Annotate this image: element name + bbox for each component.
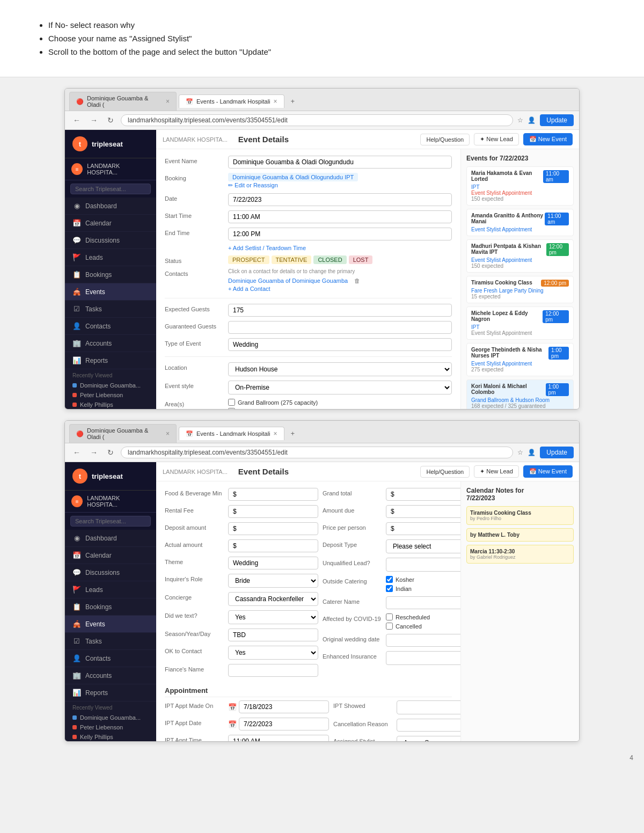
- theme-input[interactable]: [228, 557, 318, 569]
- deposit-amount-input[interactable]: [228, 522, 318, 535]
- end-time-input[interactable]: [228, 228, 452, 240]
- tab-2-close[interactable]: ×: [274, 98, 277, 105]
- sidebar-item-accounts[interactable]: 🏢 Accounts: [65, 335, 156, 352]
- tab2-1-inactive[interactable]: 🔴 Dominique Gouamba & Oladi ( ×: [69, 424, 177, 443]
- new-event-btn-2[interactable]: 📅 New Event: [523, 465, 573, 478]
- event-type-input[interactable]: [228, 338, 452, 351]
- add-setlist-link[interactable]: + Add Setlist / Teardown Time: [228, 245, 306, 251]
- tab2-1-close[interactable]: ×: [166, 430, 170, 437]
- tab2-2-close[interactable]: ×: [274, 430, 277, 437]
- catering-indian-cb[interactable]: [386, 585, 393, 592]
- cancellation-reason-input[interactable]: [397, 719, 461, 732]
- status-prospect-badge[interactable]: PROSPECT: [228, 255, 269, 264]
- enhanced-insurance-select[interactable]: [386, 651, 461, 665]
- ipt-date-input[interactable]: [239, 718, 329, 730]
- covid-rescheduled-cb[interactable]: [386, 613, 393, 620]
- guaranteed-guests-input[interactable]: [228, 321, 452, 334]
- sidebar2-events[interactable]: 🎪 Events: [65, 616, 156, 633]
- sidebar-item-reports[interactable]: 📊 Reports: [65, 352, 156, 369]
- reload-btn[interactable]: ↻: [105, 115, 116, 126]
- new-event-btn[interactable]: 📅 New Event: [523, 133, 573, 145]
- unqualified-select[interactable]: [386, 558, 461, 572]
- status-closed-badge[interactable]: CLOSED: [313, 255, 346, 264]
- sidebar-item-discussions[interactable]: 💬 Discussions: [65, 232, 156, 249]
- sidebar-item-calendar[interactable]: 📅 Calendar: [65, 215, 156, 232]
- update-btn-1[interactable]: Update: [540, 114, 574, 126]
- status-tentative-badge[interactable]: TENTATIVE: [272, 255, 312, 264]
- sidebar2-bookings[interactable]: 📋 Bookings: [65, 598, 156, 616]
- help-question-btn[interactable]: Help/Question: [420, 134, 470, 145]
- tab2-2-active[interactable]: 📅 Events - Landmark Hospitali ×: [179, 427, 284, 440]
- recent2-item-0[interactable]: Dominique Gouamba...: [72, 713, 149, 722]
- covid-cancelled-cb[interactable]: [386, 623, 393, 630]
- address-field[interactable]: landmarkhospitality.tripleseat.com/event…: [121, 114, 513, 126]
- event-name-input[interactable]: [228, 156, 452, 169]
- new-tab-btn-2[interactable]: +: [287, 427, 299, 440]
- actual-amount-input[interactable]: [228, 539, 318, 552]
- caterer-name-input[interactable]: [386, 596, 461, 609]
- sidebar2-leads[interactable]: 🚩 Leads: [65, 581, 156, 598]
- event-card-1[interactable]: Amanda Granitto & Anthony Manai 11:00 am…: [466, 209, 574, 236]
- new-lead-btn-2[interactable]: ✦ New Lead: [474, 465, 519, 478]
- ok-contact-select[interactable]: Yes: [228, 646, 318, 660]
- expected-guests-input[interactable]: [228, 304, 452, 317]
- event-style-select[interactable]: On-Premise: [228, 381, 452, 394]
- event-card-4[interactable]: Michele Lopez & Eddy Nagron 12:00 pm IPT…: [466, 306, 574, 340]
- sidebar-item-leads[interactable]: 🚩 Leads: [65, 249, 156, 266]
- ipt-showed-select[interactable]: [397, 700, 461, 714]
- season-input[interactable]: [228, 629, 318, 641]
- sidebar2-reports[interactable]: 📊 Reports: [65, 684, 156, 702]
- sidebar-item-dashboard[interactable]: ◉ Dashboard: [65, 198, 156, 215]
- recent2-item-1[interactable]: Peter Liebenson: [72, 722, 149, 732]
- food-bev-input[interactable]: [228, 488, 318, 501]
- forward-btn-2[interactable]: →: [87, 447, 100, 458]
- sidebar2-accounts[interactable]: 🏢 Accounts: [65, 667, 156, 684]
- catering-kosher-cb[interactable]: [386, 576, 393, 583]
- start-time-input[interactable]: [228, 210, 452, 223]
- recent2-item-2[interactable]: Kelly Phillips: [72, 732, 149, 742]
- ipt-time-input[interactable]: [228, 735, 329, 741]
- contact-link[interactable]: Dominique Gouamba of Dominique Gouamba: [228, 277, 348, 284]
- sidebar-item-bookings[interactable]: 📋 Bookings: [65, 266, 156, 283]
- new-tab-btn[interactable]: +: [287, 95, 299, 107]
- did-we-text-select[interactable]: Yes: [228, 610, 318, 624]
- event-card-0[interactable]: Maria Hakamota & Evan Lorted 11:00 am IP…: [466, 166, 574, 206]
- amount-due-input[interactable]: [386, 505, 461, 518]
- price-per-person-input[interactable]: [386, 522, 461, 535]
- assigned-stylist-select[interactable]: Aurora Serrano: [397, 736, 461, 741]
- recent-item-1[interactable]: Peter Liebenson: [72, 390, 149, 400]
- grand-total-input[interactable]: [386, 488, 461, 501]
- update-btn-2[interactable]: Update: [540, 447, 574, 458]
- back-btn[interactable]: ←: [70, 115, 83, 126]
- tab-1-inactive[interactable]: 🔴 Dominique Gouamba & Oladi ( ×: [69, 92, 177, 111]
- sidebar2-dashboard[interactable]: ◉ Dashboard: [65, 530, 156, 547]
- search-input-2[interactable]: [70, 516, 151, 527]
- tab-1-close[interactable]: ×: [166, 98, 170, 105]
- search-input[interactable]: [70, 184, 151, 194]
- event-card-2[interactable]: Madhuri Pentpata & Kishan Mavita IPT 12:…: [466, 239, 574, 273]
- inquirers-role-select[interactable]: Bride: [228, 574, 318, 588]
- event-card-3[interactable]: Tiramisu Cooking Class 12:00 pm Fare Fre…: [466, 276, 574, 303]
- address-field-2[interactable]: landmarkhospitality.tripleseat.com/event…: [121, 447, 513, 458]
- tab-2-active[interactable]: 📅 Events - Landmark Hospitali ×: [179, 94, 284, 108]
- sidebar-item-events[interactable]: 🎪 Events: [65, 283, 156, 301]
- status-lost-badge[interactable]: LOST: [349, 255, 373, 264]
- sidebar2-contacts[interactable]: 👤 Contacts: [65, 650, 156, 667]
- contact-trash-icon[interactable]: 🗑: [354, 277, 360, 284]
- concierge-select[interactable]: Cassandra Rockenfeller: [228, 592, 318, 606]
- sidebar2-discussions[interactable]: 💬 Discussions: [65, 564, 156, 581]
- sidebar-item-contacts[interactable]: 👤 Contacts: [65, 318, 156, 335]
- fiances-name-input[interactable]: [228, 664, 318, 677]
- recent-item-2[interactable]: Kelly Phillips: [72, 400, 149, 410]
- deposit-type-select[interactable]: Please select: [386, 539, 461, 553]
- event-card-8[interactable]: Kori Maloni & Michael Colombo 1:00 pm Gr…: [466, 379, 574, 409]
- location-select[interactable]: Hudson House: [228, 362, 452, 376]
- add-contact-link[interactable]: + Add a Contact: [228, 286, 270, 292]
- event-card-5[interactable]: George Thebindeth & Nisha Nurses IPT 1:0…: [466, 343, 574, 376]
- recent-item-0[interactable]: Dominique Gouamba...: [72, 381, 149, 390]
- original-wedding-input[interactable]: [386, 634, 461, 647]
- help-btn-2[interactable]: Help/Question: [420, 466, 470, 478]
- sidebar2-tasks[interactable]: ☑ Tasks: [65, 633, 156, 650]
- area-checkbox-0[interactable]: [228, 399, 235, 406]
- rental-fee-input[interactable]: [228, 505, 318, 518]
